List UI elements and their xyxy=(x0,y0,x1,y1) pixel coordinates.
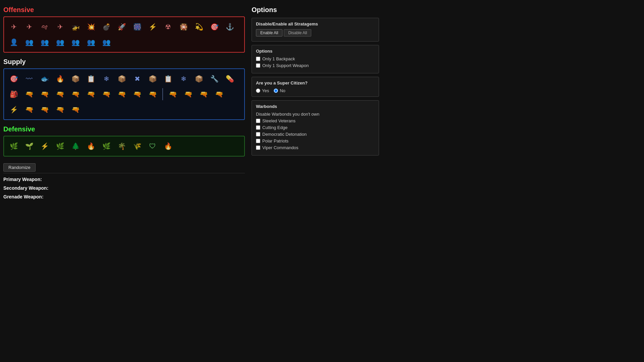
strat-sup-27[interactable]: 🔫 xyxy=(181,87,195,101)
strat-def-1[interactable]: 🌿 xyxy=(7,139,21,153)
strat-sup-10[interactable]: 📦 xyxy=(146,72,160,86)
strat-sup-31[interactable]: 🔫 xyxy=(22,103,36,117)
strat-sup-18[interactable]: 🔫 xyxy=(38,87,52,101)
warbond-polar-patriots-checkbox[interactable] xyxy=(256,139,260,143)
strat-off-1[interactable]: ✈ xyxy=(7,20,21,34)
strat-sup-22[interactable]: 🔫 xyxy=(99,87,113,101)
super-citizen-box: Are you a Super Citizen? Yes No xyxy=(252,77,379,97)
strat-off-19[interactable]: 👥 xyxy=(53,35,67,49)
strat-off-4[interactable]: ✈ xyxy=(53,20,67,34)
warbond-steeled-veterans-row: Steeled Veterans xyxy=(256,118,375,123)
strat-off-18[interactable]: 👥 xyxy=(38,35,52,49)
strat-def-10[interactable]: 🛡 xyxy=(146,139,160,153)
strat-def-2[interactable]: 🌱 xyxy=(22,139,36,153)
strat-sup-20[interactable]: 🔫 xyxy=(68,87,83,101)
strat-sup-6[interactable]: 📋 xyxy=(84,72,98,86)
warbond-viper-commandos-checkbox[interactable] xyxy=(256,145,260,150)
strat-sup-32[interactable]: 🔫 xyxy=(38,103,52,117)
enable-all-button[interactable]: Enable All xyxy=(256,29,282,37)
strat-def-3[interactable]: ⚡ xyxy=(38,139,52,153)
warbond-cutting-edge-checkbox[interactable] xyxy=(256,125,260,130)
strat-off-6[interactable]: 💥 xyxy=(84,20,98,34)
super-citizen-yes-radio[interactable] xyxy=(256,88,260,93)
super-citizen-yes: Yes xyxy=(256,88,269,93)
primary-weapon-label: Primary Weapon: xyxy=(3,177,245,182)
strat-def-7[interactable]: 🌿 xyxy=(99,139,113,153)
strat-sup-3[interactable]: 🐟 xyxy=(38,72,52,86)
strat-off-10[interactable]: ⚡ xyxy=(146,20,160,34)
strat-sup-5[interactable]: 📦 xyxy=(68,72,83,86)
strat-sup-28[interactable]: 🔫 xyxy=(197,87,211,101)
strat-off-2[interactable]: ✈ xyxy=(22,20,36,34)
warbond-democratic-detonation-checkbox[interactable] xyxy=(256,132,260,136)
warbond-cutting-edge-row: Cutting Edge xyxy=(256,125,375,130)
strat-off-12[interactable]: 🎇 xyxy=(176,20,191,34)
strat-off-22[interactable]: 👥 xyxy=(99,35,113,49)
strat-off-9[interactable]: 🎆 xyxy=(130,20,144,34)
options-title: Options xyxy=(252,6,379,14)
strat-sup-13[interactable]: 📦 xyxy=(192,72,206,86)
strat-sup-16[interactable]: 🎒 xyxy=(7,87,21,101)
strat-sup-33[interactable]: 🔫 xyxy=(53,103,67,117)
strat-sup-19[interactable]: 🔫 xyxy=(53,87,67,101)
strat-def-9[interactable]: 🌾 xyxy=(130,139,144,153)
strat-off-8[interactable]: 🚀 xyxy=(115,20,129,34)
options-section-label: Options xyxy=(256,49,375,54)
strat-off-14[interactable]: 🎯 xyxy=(207,20,221,34)
disable-all-button[interactable]: Disable All xyxy=(284,29,311,37)
strat-sup-23[interactable]: 🔫 xyxy=(115,87,129,101)
strat-sup-26[interactable]: 🔫 xyxy=(166,87,180,101)
defensive-title: Defensive xyxy=(3,125,245,133)
super-citizen-no-radio[interactable] xyxy=(274,88,278,93)
options-section-box: Options Only 1 Backpack Only 1 Support W… xyxy=(252,45,379,73)
warbonds-disable-label: Disable Warbonds you don't own xyxy=(256,112,319,117)
strat-off-3[interactable]: 🛩 xyxy=(38,20,52,34)
strat-sup-21[interactable]: 🔫 xyxy=(84,87,98,101)
strat-off-13[interactable]: 💫 xyxy=(192,20,206,34)
strat-sup-2[interactable]: 〰 xyxy=(22,72,36,86)
separator-line xyxy=(3,173,245,173)
strat-off-20[interactable]: 👥 xyxy=(68,35,83,49)
strat-def-4[interactable]: 🌿 xyxy=(53,139,67,153)
strat-def-6[interactable]: 🔥 xyxy=(84,139,98,153)
strat-sup-14[interactable]: 🔧 xyxy=(207,72,221,86)
strat-sup-8[interactable]: 📦 xyxy=(115,72,129,86)
super-citizen-no-label: No xyxy=(280,88,285,93)
strat-sup-25[interactable]: 🔫 xyxy=(146,87,160,101)
strat-sup-34[interactable]: 🔫 xyxy=(68,103,83,117)
supply-divider xyxy=(162,88,163,100)
strat-sup-1[interactable]: 🎯 xyxy=(7,72,21,86)
strat-def-8[interactable]: 🌴 xyxy=(115,139,129,153)
strat-sup-11[interactable]: 📋 xyxy=(161,72,175,86)
strat-sup-7[interactable]: ❄ xyxy=(99,72,113,86)
supply-stratagems: 🎯 〰 🐟 🔥 📦 📋 ❄ 📦 ✖ 📦 📋 ❄ 📦 🔧 💊 🎒 🔫 🔫 🔫 🔫 … xyxy=(3,68,245,120)
only-support-weapon-checkbox[interactable] xyxy=(256,63,260,68)
super-citizen-yes-label: Yes xyxy=(262,88,269,93)
strat-def-5[interactable]: 🌲 xyxy=(68,139,83,153)
strat-off-7[interactable]: 💣 xyxy=(99,20,113,34)
strat-off-11[interactable]: ☢ xyxy=(161,20,175,34)
strat-sup-12[interactable]: ❄ xyxy=(176,72,191,86)
strat-off-16[interactable]: 👤 xyxy=(7,35,21,49)
strat-def-11[interactable]: 🔥 xyxy=(161,139,175,153)
strat-off-15[interactable]: ⚓ xyxy=(223,20,237,34)
strat-sup-15[interactable]: 💊 xyxy=(223,72,237,86)
supply-title: Supply xyxy=(3,58,245,66)
randomize-button[interactable]: Randomize xyxy=(3,163,36,172)
super-citizen-radio-group: Yes No xyxy=(256,88,375,93)
strat-sup-24[interactable]: 🔫 xyxy=(130,87,144,101)
warbond-steeled-veterans-checkbox[interactable] xyxy=(256,119,260,123)
warbond-cutting-edge-label: Cutting Edge xyxy=(262,125,287,130)
strat-sup-17[interactable]: 🔫 xyxy=(22,87,36,101)
strat-sup-29[interactable]: 🔫 xyxy=(212,87,226,101)
offensive-stratagems: ✈ ✈ 🛩 ✈ 🚁 💥 💣 🚀 🎆 ⚡ ☢ 🎇 💫 🎯 ⚓ 👤 👥 👥 👥 👥 … xyxy=(3,16,245,53)
strat-sup-4[interactable]: 🔥 xyxy=(53,72,67,86)
offensive-title: Offensive xyxy=(3,6,245,14)
strat-off-5[interactable]: 🚁 xyxy=(68,20,83,34)
only-backpack-checkbox[interactable] xyxy=(256,57,260,61)
strat-off-17[interactable]: 👥 xyxy=(22,35,36,49)
strat-sup-9[interactable]: ✖ xyxy=(130,72,144,86)
strat-sup-30[interactable]: ⚡ xyxy=(7,103,21,117)
warbonds-box: Warbonds Disable Warbonds you don't own … xyxy=(252,100,379,156)
strat-off-21[interactable]: 👥 xyxy=(84,35,98,49)
